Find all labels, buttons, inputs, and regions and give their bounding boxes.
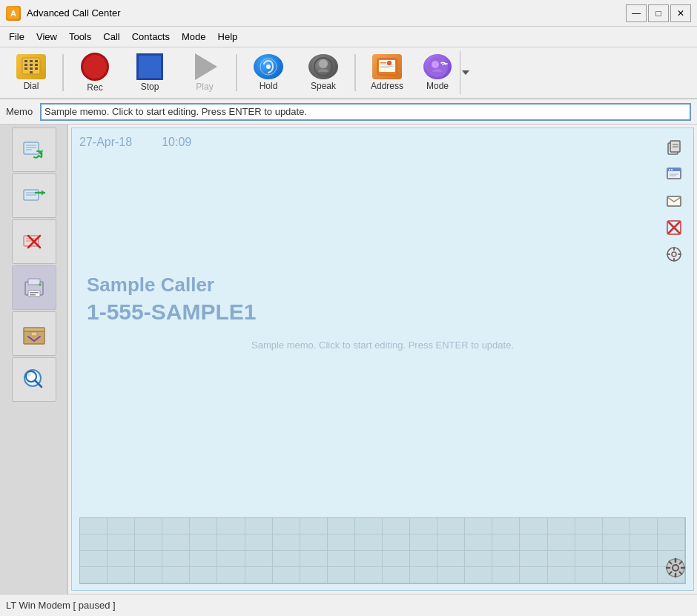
call-memo-text[interactable]: Sample memo. Click to start editing. Pre… [72,332,693,511]
grid-cell [135,534,162,551]
sidebar-reject-button[interactable] [12,219,56,264]
grid-cell [437,567,465,583]
grid-cell [630,567,658,583]
grid-cell [108,551,135,567]
call-block-button[interactable] [662,216,686,239]
svg-rect-5 [35,60,38,62]
hold-icon [254,54,283,79]
grid-cell [603,551,630,567]
menu-mode[interactable]: Mode [176,29,212,44]
grid-cell [273,518,300,534]
grid-cell [80,551,108,567]
grid-cell [190,518,217,534]
play-label: Play [196,82,213,92]
grid-cell [410,534,437,551]
grid-cell [300,518,328,534]
svg-rect-41 [30,292,39,294]
grid-cell [355,551,383,567]
grid-cell [328,567,355,583]
grid-cell [383,567,410,583]
grid-cell [548,534,575,551]
play-button[interactable]: Play [178,50,231,95]
hold-label: Hold [260,81,278,91]
main-content: 27-Apr-18 10:09 [0,125,697,594]
grid-cell [273,567,300,583]
grid-cell [575,518,603,534]
speak-label: Speak [311,81,336,91]
call-email-button[interactable] [662,189,686,213]
svg-rect-19 [380,62,386,64]
grid-cell [217,534,245,551]
memo-input[interactable] [40,103,691,121]
stop-button[interactable]: Stop [123,50,176,95]
svg-rect-8 [35,64,38,66]
call-icons [662,136,686,266]
grid-cell [630,518,658,534]
grid-cell [383,551,410,567]
call-datetime: 27-Apr-18 10:09 [79,136,191,149]
sidebar-callback-button[interactable] [12,127,56,172]
grid-cell [548,518,575,534]
rec-button[interactable]: Rec [68,50,122,95]
call-web-button[interactable] [662,162,686,186]
menu-file[interactable]: File [3,29,30,44]
grid-cell [245,567,273,583]
grid-cell [162,551,190,567]
grid-cell [190,534,217,551]
window-title: Advanced Call Center [27,7,626,19]
close-button[interactable]: ✕ [670,4,691,22]
hold-button[interactable]: Hold [242,50,295,95]
grid-cell [355,567,383,583]
dial-icon [16,54,46,79]
minimize-button[interactable]: — [626,4,647,22]
grid-cell [300,551,328,567]
mode-dropdown-button[interactable] [460,50,472,95]
sidebar-print-button[interactable] [12,265,56,310]
grid-cell [575,534,603,551]
svg-rect-42 [30,294,36,296]
grid-cell [108,567,135,583]
window-controls: — □ ✕ [626,4,691,22]
sidebar-transfer-button[interactable] [12,173,56,218]
maximize-button[interactable]: □ [648,4,669,22]
speak-button[interactable]: Speak [297,50,350,95]
stop-label: Stop [141,82,159,92]
grid-cell [630,551,658,567]
grid-cell [162,518,190,534]
toolbar-separator-2 [236,54,237,91]
call-copy-button[interactable] [662,136,686,159]
svg-rect-11 [35,67,38,70]
mode-button-group[interactable]: Mode [415,50,472,95]
svg-point-25 [432,61,439,68]
menu-contacts[interactable]: Contacts [126,29,176,44]
grid-cell [520,551,547,567]
call-settings-button[interactable] [662,242,686,266]
address-icon [372,54,402,79]
sidebar-archive-button[interactable] [12,311,56,356]
grid-cell [465,551,492,567]
menu-tools[interactable]: Tools [63,29,97,44]
menu-call[interactable]: Call [97,29,125,44]
grid-cell [108,518,135,534]
grid-cell [383,518,410,534]
speak-icon [308,54,338,79]
grid-cell [217,551,245,567]
menu-view[interactable]: View [30,29,63,44]
sidebar-search-button[interactable] [12,357,56,402]
dial-button[interactable]: Dial [4,50,58,95]
grid-cell [217,567,245,583]
rec-label: Rec [87,82,102,93]
grid-cell [575,567,603,583]
status-bar: LT Win Modem [ paused ] [0,594,697,616]
call-bottom-gear-icon[interactable] [665,557,686,583]
grid-cell [492,567,520,583]
call-date: 27-Apr-18 [79,136,132,149]
app-icon: A [6,6,21,21]
svg-rect-9 [24,67,27,70]
grid-cell [492,534,520,551]
grid-cell [135,567,162,583]
menu-help[interactable]: Help [212,29,244,44]
svg-point-14 [266,64,271,69]
mode-button[interactable]: Mode [415,50,460,95]
address-button[interactable]: Address [360,50,414,95]
